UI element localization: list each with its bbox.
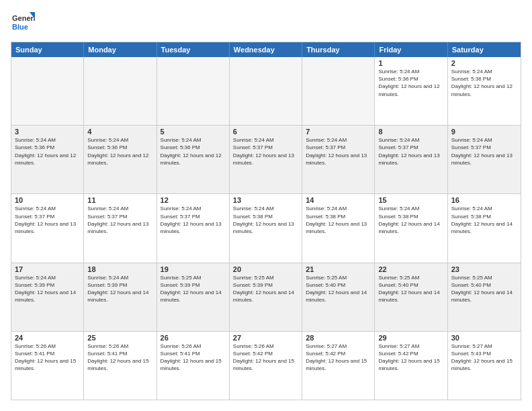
day-cell-8: 8Sunrise: 5:24 AMSunset: 5:37 PMDaylight… (375, 126, 447, 193)
day-number: 15 (378, 196, 443, 204)
day-cell-1: 1Sunrise: 5:24 AMSunset: 5:36 PMDaylight… (375, 57, 447, 125)
header-day-sunday: Sunday (11, 42, 84, 57)
day-info: Sunrise: 5:24 AMSunset: 5:36 PMDaylight:… (87, 136, 152, 167)
day-number: 14 (306, 196, 371, 204)
empty-cell (157, 57, 230, 125)
day-number: 16 (451, 196, 517, 204)
empty-cell (302, 57, 375, 125)
day-number: 30 (451, 334, 517, 342)
day-cell-14: 14Sunrise: 5:24 AMSunset: 5:38 PMDayligh… (302, 194, 375, 262)
day-number: 28 (306, 334, 371, 342)
day-number: 2 (451, 59, 517, 67)
day-info: Sunrise: 5:26 AMSunset: 5:41 PMDaylight:… (87, 342, 152, 373)
calendar-week-2: 3Sunrise: 5:24 AMSunset: 5:36 PMDaylight… (11, 126, 521, 194)
day-info: Sunrise: 5:27 AMSunset: 5:42 PMDaylight:… (306, 342, 371, 373)
day-info: Sunrise: 5:24 AMSunset: 5:37 PMDaylight:… (451, 136, 517, 167)
calendar-week-1: 1Sunrise: 5:24 AMSunset: 5:36 PMDaylight… (11, 57, 521, 126)
day-cell-19: 19Sunrise: 5:25 AMSunset: 5:39 PMDayligh… (157, 263, 230, 331)
calendar-week-5: 24Sunrise: 5:26 AMSunset: 5:41 PMDayligh… (11, 332, 521, 400)
day-cell-10: 10Sunrise: 5:24 AMSunset: 5:37 PMDayligh… (11, 194, 84, 262)
calendar-page: General Blue SundayMondayTuesdayWednesda… (0, 0, 532, 411)
logo-svg: General Blue (11, 11, 35, 35)
day-info: Sunrise: 5:24 AMSunset: 5:36 PMDaylight:… (451, 68, 517, 98)
day-cell-13: 13Sunrise: 5:24 AMSunset: 5:38 PMDayligh… (230, 194, 302, 262)
day-cell-12: 12Sunrise: 5:24 AMSunset: 5:37 PMDayligh… (157, 194, 230, 262)
day-info: Sunrise: 5:24 AMSunset: 5:39 PMDaylight:… (87, 274, 152, 304)
day-info: Sunrise: 5:27 AMSunset: 5:43 PMDaylight:… (451, 342, 517, 373)
logo-container: General Blue (11, 11, 35, 35)
calendar-header: SundayMondayTuesdayWednesdayThursdayFrid… (11, 42, 521, 57)
day-cell-23: 23Sunrise: 5:25 AMSunset: 5:40 PMDayligh… (448, 263, 521, 331)
day-info: Sunrise: 5:24 AMSunset: 5:37 PMDaylight:… (233, 136, 298, 167)
day-number: 7 (306, 128, 371, 136)
day-number: 5 (161, 128, 226, 136)
day-cell-9: 9Sunrise: 5:24 AMSunset: 5:37 PMDaylight… (448, 126, 521, 193)
empty-cell (84, 57, 157, 125)
day-cell-6: 6Sunrise: 5:24 AMSunset: 5:37 PMDaylight… (230, 126, 302, 193)
day-info: Sunrise: 5:26 AMSunset: 5:41 PMDaylight:… (15, 342, 80, 373)
day-number: 23 (451, 265, 517, 273)
header-day-monday: Monday (84, 42, 157, 57)
day-cell-3: 3Sunrise: 5:24 AMSunset: 5:36 PMDaylight… (11, 126, 84, 193)
calendar-body: 1Sunrise: 5:24 AMSunset: 5:36 PMDaylight… (11, 57, 521, 400)
day-cell-11: 11Sunrise: 5:24 AMSunset: 5:37 PMDayligh… (84, 194, 157, 262)
day-number: 11 (87, 196, 152, 204)
day-cell-27: 27Sunrise: 5:26 AMSunset: 5:42 PMDayligh… (230, 332, 302, 400)
day-info: Sunrise: 5:25 AMSunset: 5:40 PMDaylight:… (451, 274, 517, 304)
day-info: Sunrise: 5:25 AMSunset: 5:40 PMDaylight:… (378, 274, 443, 304)
day-cell-2: 2Sunrise: 5:24 AMSunset: 5:36 PMDaylight… (448, 57, 521, 125)
day-cell-20: 20Sunrise: 5:25 AMSunset: 5:39 PMDayligh… (230, 263, 302, 331)
day-cell-21: 21Sunrise: 5:25 AMSunset: 5:40 PMDayligh… (302, 263, 375, 331)
day-cell-16: 16Sunrise: 5:24 AMSunset: 5:38 PMDayligh… (448, 194, 521, 262)
calendar-week-4: 17Sunrise: 5:24 AMSunset: 5:39 PMDayligh… (11, 263, 521, 332)
svg-text:General: General (12, 14, 35, 22)
empty-cell (11, 57, 84, 125)
day-number: 17 (15, 265, 80, 273)
day-number: 9 (451, 128, 517, 136)
day-info: Sunrise: 5:24 AMSunset: 5:38 PMDaylight:… (451, 205, 517, 235)
day-number: 19 (161, 265, 226, 273)
day-info: Sunrise: 5:25 AMSunset: 5:40 PMDaylight:… (306, 274, 371, 304)
day-cell-5: 5Sunrise: 5:24 AMSunset: 5:36 PMDaylight… (157, 126, 230, 193)
day-info: Sunrise: 5:25 AMSunset: 5:39 PMDaylight:… (161, 274, 226, 304)
day-info: Sunrise: 5:24 AMSunset: 5:36 PMDaylight:… (161, 136, 226, 167)
header: General Blue (11, 11, 521, 35)
day-cell-24: 24Sunrise: 5:26 AMSunset: 5:41 PMDayligh… (11, 332, 84, 400)
day-number: 10 (15, 196, 80, 204)
day-info: Sunrise: 5:24 AMSunset: 5:37 PMDaylight:… (15, 205, 80, 235)
day-cell-15: 15Sunrise: 5:24 AMSunset: 5:38 PMDayligh… (375, 194, 447, 262)
day-info: Sunrise: 5:25 AMSunset: 5:39 PMDaylight:… (233, 274, 298, 304)
day-cell-22: 22Sunrise: 5:25 AMSunset: 5:40 PMDayligh… (375, 263, 447, 331)
day-number: 27 (233, 334, 298, 342)
day-number: 25 (87, 334, 152, 342)
day-cell-17: 17Sunrise: 5:24 AMSunset: 5:39 PMDayligh… (11, 263, 84, 331)
header-day-tuesday: Tuesday (157, 42, 230, 57)
day-number: 6 (233, 128, 298, 136)
day-cell-18: 18Sunrise: 5:24 AMSunset: 5:39 PMDayligh… (84, 263, 157, 331)
day-number: 22 (378, 265, 443, 273)
header-day-saturday: Saturday (448, 42, 521, 57)
day-number: 29 (378, 334, 443, 342)
day-info: Sunrise: 5:24 AMSunset: 5:36 PMDaylight:… (15, 136, 80, 167)
day-number: 20 (233, 265, 298, 273)
day-cell-26: 26Sunrise: 5:26 AMSunset: 5:41 PMDayligh… (157, 332, 230, 400)
day-cell-30: 30Sunrise: 5:27 AMSunset: 5:43 PMDayligh… (448, 332, 521, 400)
day-info: Sunrise: 5:27 AMSunset: 5:42 PMDaylight:… (378, 342, 443, 373)
day-info: Sunrise: 5:24 AMSunset: 5:37 PMDaylight:… (306, 136, 371, 167)
day-info: Sunrise: 5:24 AMSunset: 5:37 PMDaylight:… (378, 136, 443, 167)
header-day-wednesday: Wednesday (230, 42, 302, 57)
header-day-friday: Friday (375, 42, 447, 57)
day-number: 12 (161, 196, 226, 204)
day-number: 8 (378, 128, 443, 136)
calendar-week-3: 10Sunrise: 5:24 AMSunset: 5:37 PMDayligh… (11, 194, 521, 263)
day-number: 3 (15, 128, 80, 136)
day-number: 26 (161, 334, 226, 342)
day-number: 18 (87, 265, 152, 273)
day-info: Sunrise: 5:24 AMSunset: 5:38 PMDaylight:… (233, 205, 298, 235)
day-cell-28: 28Sunrise: 5:27 AMSunset: 5:42 PMDayligh… (302, 332, 375, 400)
day-info: Sunrise: 5:24 AMSunset: 5:36 PMDaylight:… (378, 68, 443, 98)
day-cell-7: 7Sunrise: 5:24 AMSunset: 5:37 PMDaylight… (302, 126, 375, 193)
svg-text:Blue: Blue (12, 23, 28, 31)
day-number: 1 (378, 59, 443, 67)
day-cell-29: 29Sunrise: 5:27 AMSunset: 5:42 PMDayligh… (375, 332, 447, 400)
